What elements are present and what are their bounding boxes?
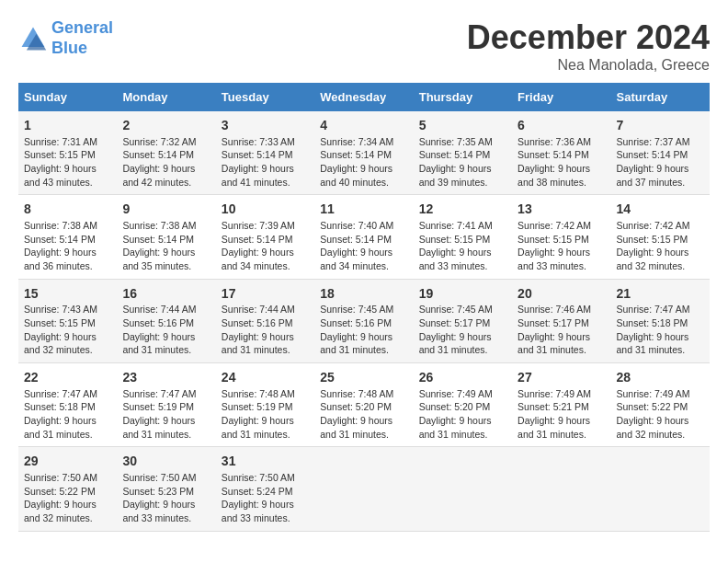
day-number: 27 — [518, 369, 605, 387]
day-number: 11 — [320, 201, 407, 219]
calendar-cell: 30Sunrise: 7:50 AMSunset: 5:23 PMDayligh… — [117, 447, 215, 531]
day-number: 22 — [24, 369, 111, 387]
day-info: Sunrise: 7:50 AMSunset: 5:23 PMDaylight:… — [122, 471, 210, 525]
calendar-cell — [414, 447, 512, 531]
calendar-cell: 8Sunrise: 7:38 AMSunset: 5:14 PMDaylight… — [18, 195, 117, 279]
calendar-week-row: 29Sunrise: 7:50 AMSunset: 5:22 PMDayligh… — [18, 447, 710, 531]
day-number: 7 — [617, 117, 704, 135]
day-number: 21 — [617, 285, 704, 304]
calendar-cell: 19Sunrise: 7:45 AMSunset: 5:17 PMDayligh… — [414, 279, 512, 362]
day-info: Sunrise: 7:33 AMSunset: 5:14 PMDaylight:… — [222, 135, 309, 190]
calendar-cell — [314, 447, 413, 531]
calendar-cell: 11Sunrise: 7:40 AMSunset: 5:14 PMDayligh… — [314, 195, 413, 279]
calendar-cell: 23Sunrise: 7:47 AMSunset: 5:19 PMDayligh… — [117, 363, 215, 447]
day-number: 1 — [24, 117, 111, 135]
day-info: Sunrise: 7:35 AMSunset: 5:14 PMDaylight:… — [419, 135, 506, 190]
day-number: 28 — [617, 369, 704, 387]
calendar-cell: 20Sunrise: 7:46 AMSunset: 5:17 PMDayligh… — [512, 279, 610, 362]
day-info: Sunrise: 7:49 AMSunset: 5:22 PMDaylight:… — [617, 387, 704, 442]
day-info: Sunrise: 7:38 AMSunset: 5:14 PMDaylight:… — [122, 219, 210, 273]
calendar-cell: 1Sunrise: 7:31 AMSunset: 5:15 PMDaylight… — [18, 111, 117, 195]
calendar-cell — [512, 447, 610, 531]
logo-icon — [18, 24, 48, 53]
day-number: 10 — [222, 201, 309, 219]
day-info: Sunrise: 7:38 AMSunset: 5:14 PMDaylight:… — [24, 219, 111, 273]
calendar-cell: 25Sunrise: 7:48 AMSunset: 5:20 PMDayligh… — [314, 363, 413, 447]
page-title: December 2024 — [467, 18, 710, 57]
calendar-cell: 26Sunrise: 7:49 AMSunset: 5:20 PMDayligh… — [414, 363, 512, 447]
day-number: 15 — [24, 285, 111, 304]
day-info: Sunrise: 7:31 AMSunset: 5:15 PMDaylight:… — [24, 135, 111, 190]
day-number: 26 — [419, 369, 506, 387]
day-number: 3 — [222, 117, 309, 135]
day-number: 6 — [518, 117, 605, 135]
calendar-cell: 14Sunrise: 7:42 AMSunset: 5:15 PMDayligh… — [611, 195, 710, 279]
day-number: 14 — [617, 201, 704, 219]
day-info: Sunrise: 7:42 AMSunset: 5:15 PMDaylight:… — [617, 219, 704, 273]
calendar-cell: 18Sunrise: 7:45 AMSunset: 5:16 PMDayligh… — [314, 279, 413, 362]
calendar-cell: 13Sunrise: 7:42 AMSunset: 5:15 PMDayligh… — [512, 195, 610, 279]
day-info: Sunrise: 7:49 AMSunset: 5:20 PMDaylight:… — [419, 387, 506, 442]
day-number: 8 — [24, 201, 111, 219]
calendar-cell: 24Sunrise: 7:48 AMSunset: 5:19 PMDayligh… — [216, 363, 314, 447]
logo: General Blue — [18, 18, 113, 58]
calendar-cell: 9Sunrise: 7:38 AMSunset: 5:14 PMDaylight… — [117, 195, 215, 279]
header-wednesday: Wednesday — [314, 83, 413, 111]
logo-text: General Blue — [51, 18, 113, 58]
day-info: Sunrise: 7:32 AMSunset: 5:14 PMDaylight:… — [122, 135, 210, 190]
calendar-cell: 22Sunrise: 7:47 AMSunset: 5:18 PMDayligh… — [18, 363, 117, 447]
day-info: Sunrise: 7:47 AMSunset: 5:18 PMDaylight:… — [617, 303, 704, 357]
header-tuesday: Tuesday — [216, 83, 314, 111]
day-number: 5 — [419, 117, 506, 135]
calendar-cell: 27Sunrise: 7:49 AMSunset: 5:21 PMDayligh… — [512, 363, 610, 447]
calendar-week-row: 15Sunrise: 7:43 AMSunset: 5:15 PMDayligh… — [18, 279, 710, 362]
day-info: Sunrise: 7:49 AMSunset: 5:21 PMDaylight:… — [518, 387, 605, 442]
calendar-cell: 4Sunrise: 7:34 AMSunset: 5:14 PMDaylight… — [314, 111, 413, 195]
day-info: Sunrise: 7:43 AMSunset: 5:15 PMDaylight:… — [24, 303, 111, 357]
day-info: Sunrise: 7:44 AMSunset: 5:16 PMDaylight:… — [222, 303, 309, 357]
day-number: 25 — [320, 369, 407, 387]
calendar-cell: 15Sunrise: 7:43 AMSunset: 5:15 PMDayligh… — [18, 279, 117, 362]
calendar-cell: 28Sunrise: 7:49 AMSunset: 5:22 PMDayligh… — [611, 363, 710, 447]
day-number: 4 — [320, 117, 407, 135]
header-monday: Monday — [117, 83, 215, 111]
day-info: Sunrise: 7:37 AMSunset: 5:14 PMDaylight:… — [617, 135, 704, 190]
day-number: 18 — [320, 285, 407, 304]
day-number: 17 — [222, 285, 309, 304]
calendar-table: SundayMondayTuesdayWednesdayThursdayFrid… — [18, 83, 710, 532]
day-info: Sunrise: 7:42 AMSunset: 5:15 PMDaylight:… — [518, 219, 605, 273]
day-number: 9 — [122, 201, 210, 219]
day-number: 20 — [518, 285, 605, 304]
calendar-header-row: SundayMondayTuesdayWednesdayThursdayFrid… — [18, 83, 710, 111]
page-header: General Blue December 2024 Nea Manolada,… — [18, 18, 710, 74]
page-subtitle: Nea Manolada, Greece — [467, 57, 710, 74]
calendar-week-row: 1Sunrise: 7:31 AMSunset: 5:15 PMDaylight… — [18, 111, 710, 195]
day-number: 19 — [419, 285, 506, 304]
day-number: 30 — [122, 453, 210, 471]
header-friday: Friday — [512, 83, 610, 111]
calendar-cell: 10Sunrise: 7:39 AMSunset: 5:14 PMDayligh… — [216, 195, 314, 279]
day-info: Sunrise: 7:41 AMSunset: 5:15 PMDaylight:… — [419, 219, 506, 273]
day-info: Sunrise: 7:46 AMSunset: 5:17 PMDaylight:… — [518, 303, 605, 357]
logo-line1: General — [51, 18, 113, 37]
calendar-cell: 21Sunrise: 7:47 AMSunset: 5:18 PMDayligh… — [611, 279, 710, 362]
day-info: Sunrise: 7:48 AMSunset: 5:19 PMDaylight:… — [222, 387, 309, 442]
header-saturday: Saturday — [611, 83, 710, 111]
calendar-cell: 29Sunrise: 7:50 AMSunset: 5:22 PMDayligh… — [18, 447, 117, 531]
logo-line2: Blue — [51, 39, 87, 57]
calendar-week-row: 8Sunrise: 7:38 AMSunset: 5:14 PMDaylight… — [18, 195, 710, 279]
calendar-cell: 12Sunrise: 7:41 AMSunset: 5:15 PMDayligh… — [414, 195, 512, 279]
calendar-cell: 6Sunrise: 7:36 AMSunset: 5:14 PMDaylight… — [512, 111, 610, 195]
day-number: 13 — [518, 201, 605, 219]
day-info: Sunrise: 7:47 AMSunset: 5:18 PMDaylight:… — [24, 387, 111, 442]
day-info: Sunrise: 7:48 AMSunset: 5:20 PMDaylight:… — [320, 387, 407, 442]
header-sunday: Sunday — [18, 83, 117, 111]
calendar-cell: 17Sunrise: 7:44 AMSunset: 5:16 PMDayligh… — [216, 279, 314, 362]
calendar-week-row: 22Sunrise: 7:47 AMSunset: 5:18 PMDayligh… — [18, 363, 710, 447]
calendar-cell: 2Sunrise: 7:32 AMSunset: 5:14 PMDaylight… — [117, 111, 215, 195]
calendar-cell: 16Sunrise: 7:44 AMSunset: 5:16 PMDayligh… — [117, 279, 215, 362]
day-info: Sunrise: 7:34 AMSunset: 5:14 PMDaylight:… — [320, 135, 407, 190]
day-number: 29 — [24, 453, 111, 471]
day-number: 23 — [122, 369, 210, 387]
calendar-cell: 7Sunrise: 7:37 AMSunset: 5:14 PMDaylight… — [611, 111, 710, 195]
